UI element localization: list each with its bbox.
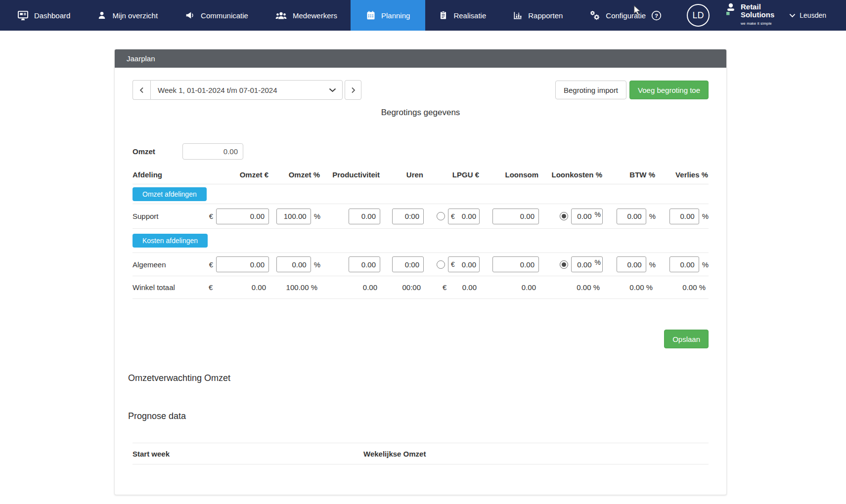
prognose-table: Start week Wekelijkse Omzet — [133, 443, 709, 464]
col-afdeling: Afdeling — [133, 170, 207, 179]
week-select[interactable]: Week 1, 01-01-2024 t/m 07-01-2024 — [150, 80, 343, 100]
omzet-input[interactable] — [182, 143, 243, 160]
total-name: Winkel totaal — [133, 283, 207, 292]
algemeen-loonsom-input[interactable] — [492, 256, 539, 272]
total-btw-pct: 0.00 % — [604, 283, 657, 292]
avatar[interactable]: LD — [687, 4, 710, 27]
brand-person-icon — [724, 3, 737, 16]
support-productiviteit-input[interactable] — [349, 209, 380, 224]
support-omzet-input[interactable] — [216, 209, 269, 224]
nav-item-mijn-overzicht[interactable]: Mijn overzicht — [84, 0, 171, 31]
support-verlies-input[interactable] — [669, 209, 699, 224]
nav-label: Configuratie — [606, 11, 646, 20]
algemeen-loonkosten-input[interactable] — [572, 260, 595, 269]
nav-item-planning-active[interactable]: Planning — [351, 0, 425, 31]
algemeen-productiviteit-input[interactable] — [349, 256, 380, 272]
nav-right-cluster: LD Retail Solutions we make it simple Le… — [687, 0, 846, 31]
algemeen-lpgu-input[interactable] — [455, 260, 479, 269]
nav-label: Dashboard — [34, 11, 70, 20]
table-row-support: Support € % € % % % — [133, 204, 709, 229]
clipboard-icon — [439, 10, 448, 20]
begroting-import-button[interactable]: Begroting import — [555, 81, 626, 99]
opslaan-button[interactable]: Opslaan — [664, 330, 709, 348]
algemeen-btw-input[interactable] — [617, 256, 646, 272]
omzet-field-row: Omzet — [133, 143, 709, 160]
row-name: Algemeen — [133, 260, 207, 269]
monitor-icon — [17, 10, 29, 21]
gears-icon — [589, 10, 600, 21]
prev-week-button[interactable] — [133, 80, 150, 100]
brand-line1: Retail — [741, 3, 774, 11]
algemeen-lpgu-radio[interactable] — [437, 260, 445, 269]
support-btw-input[interactable] — [617, 209, 646, 224]
total-productiviteit: 0.00 — [321, 283, 381, 292]
col-start-week: Start week — [133, 450, 363, 458]
total-omzet-cell: €0.00 — [207, 283, 270, 292]
table-row-algemeen: Algemeen € % € % % % — [133, 253, 709, 276]
nav-item-medewerkers[interactable]: Medewerkers — [262, 0, 351, 31]
button-label: Kosten afdelingen — [142, 237, 198, 245]
total-verlies-pct: 0.00 % — [657, 283, 710, 292]
button-label: Begroting import — [564, 86, 618, 94]
save-row: Opslaan — [133, 330, 709, 348]
percent-suffix: % — [595, 210, 602, 218]
algemeen-loonkosten-radio[interactable] — [560, 260, 568, 269]
total-lpgu-cell: €0.00 — [425, 283, 481, 292]
col-verlies: Verlies % — [657, 170, 710, 179]
voeg-begroting-toe-button[interactable]: Voeg begroting toe — [629, 81, 709, 99]
panel-header: Jaarplan — [115, 49, 726, 68]
euro-prefix: € — [443, 283, 446, 292]
kosten-afdelingen-button[interactable]: Kosten afdelingen — [133, 234, 208, 248]
support-loonsom-input[interactable] — [492, 209, 539, 224]
total-omzet: 0.00 — [252, 283, 266, 292]
location-dropdown[interactable]: Leusden — [789, 11, 826, 19]
prognose-heading: Prognose data — [128, 411, 709, 421]
algemeen-uren-input[interactable] — [392, 256, 424, 272]
percent-suffix: % — [649, 212, 656, 220]
support-lpgu-input[interactable] — [455, 212, 479, 220]
euro-prefix: € — [209, 283, 213, 292]
total-loonsom: 0.00 — [481, 283, 540, 292]
person-icon — [97, 10, 107, 20]
nav-item-realisatie[interactable]: Realisatie — [425, 0, 499, 31]
col-lpgu: LPGU € — [425, 170, 481, 179]
jaarplan-card: Jaarplan Week 1, 01-01-2024 t/m 07-01-20… — [114, 49, 727, 495]
nav-item-communicatie[interactable]: Communicatie — [171, 0, 262, 31]
support-lpgu-radio[interactable] — [437, 212, 445, 220]
kosten-group-row: Kosten afdelingen — [133, 229, 709, 253]
support-uren-input[interactable] — [392, 209, 424, 224]
panel-title: Jaarplan — [127, 54, 155, 63]
budget-table: Afdeling Omzet € Omzet % Productiviteit … — [133, 166, 709, 299]
avatar-initials: LD — [692, 10, 704, 21]
support-loonkosten-radio[interactable] — [560, 212, 568, 220]
algemeen-omzet-pct-input[interactable] — [276, 256, 311, 272]
percent-suffix: % — [595, 258, 602, 266]
bar-chart-icon — [513, 10, 523, 20]
location-label: Leusden — [800, 11, 826, 19]
help-icon[interactable]: ? — [651, 10, 662, 21]
nav-item-configuratie[interactable]: Configuratie ? — [576, 0, 675, 31]
nav-label: Rapporten — [528, 11, 563, 20]
nav-item-dashboard[interactable]: Dashboard — [4, 0, 84, 31]
support-omzet-pct-input[interactable] — [276, 209, 311, 224]
total-lpgu: 0.00 — [462, 283, 477, 292]
percent-suffix: % — [314, 260, 320, 269]
table-row-winkel-totaal: Winkel totaal €0.00 100.00 % 0.00 00:00 … — [133, 276, 709, 299]
algemeen-omzet-input[interactable] — [216, 256, 269, 272]
support-loonkosten-input[interactable] — [572, 212, 595, 220]
algemeen-verlies-input[interactable] — [669, 256, 699, 272]
nav-label: Planning — [381, 11, 410, 20]
budget-table-header: Afdeling Omzet € Omzet % Productiviteit … — [133, 166, 709, 184]
col-productiviteit: Productiviteit — [321, 170, 381, 179]
col-loonkosten: Loonkosten % — [540, 170, 604, 179]
omzet-afdelingen-button[interactable]: Omzet afdelingen — [133, 187, 207, 201]
brand-line2: Solutions — [741, 11, 774, 19]
next-week-button[interactable] — [345, 80, 361, 100]
nav-label: Communicatie — [201, 11, 248, 20]
prognose-table-header: Start week Wekelijkse Omzet — [133, 443, 709, 464]
omzet-label: Omzet — [133, 147, 182, 156]
top-nav: Dashboard Mijn overzicht Communicatie Me… — [0, 0, 846, 31]
nav-item-rapporten[interactable]: Rapporten — [499, 0, 576, 31]
calendar-icon — [366, 10, 376, 20]
euro-prefix: € — [209, 212, 213, 220]
